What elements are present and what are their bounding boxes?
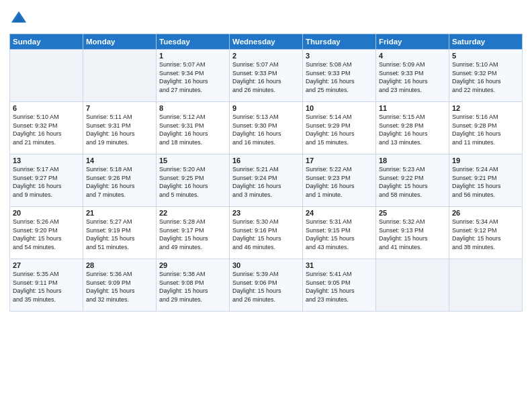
- calendar-table: SundayMondayTuesdayWednesdayThursdayFrid…: [9, 34, 523, 312]
- day-number: 26: [452, 209, 519, 217]
- calendar-day-8: 8Sunrise: 5:12 AM Sunset: 9:31 PM Daylig…: [157, 102, 230, 154]
- day-info: Sunrise: 5:22 AM Sunset: 9:23 PM Dayligh…: [306, 165, 373, 199]
- day-info: Sunrise: 5:36 AM Sunset: 9:09 PM Dayligh…: [86, 270, 153, 304]
- day-info: Sunrise: 5:23 AM Sunset: 9:22 PM Dayligh…: [379, 165, 446, 199]
- calendar-week-row: 20Sunrise: 5:26 AM Sunset: 9:20 PM Dayli…: [10, 207, 523, 259]
- day-info: Sunrise: 5:24 AM Sunset: 9:21 PM Dayligh…: [452, 165, 519, 199]
- day-info: Sunrise: 5:12 AM Sunset: 9:31 PM Dayligh…: [159, 113, 226, 146]
- calendar-day-24: 24Sunrise: 5:31 AM Sunset: 9:15 PM Dayli…: [303, 207, 376, 259]
- day-number: 5: [452, 52, 519, 60]
- day-info: Sunrise: 5:08 AM Sunset: 9:33 PM Dayligh…: [306, 60, 373, 94]
- day-info: Sunrise: 5:30 AM Sunset: 9:16 PM Dayligh…: [232, 218, 300, 251]
- day-info: Sunrise: 5:41 AM Sunset: 9:05 PM Dayligh…: [306, 270, 373, 304]
- calendar-day-23: 23Sunrise: 5:30 AM Sunset: 9:16 PM Dayli…: [230, 207, 303, 259]
- day-number: 20: [13, 209, 80, 217]
- calendar-day-29: 29Sunrise: 5:38 AM Sunset: 9:08 PM Dayli…: [157, 259, 230, 312]
- calendar-day-13: 13Sunrise: 5:17 AM Sunset: 9:27 PM Dayli…: [10, 154, 83, 207]
- day-info: Sunrise: 5:26 AM Sunset: 9:20 PM Dayligh…: [13, 218, 80, 251]
- day-info: Sunrise: 5:13 AM Sunset: 9:30 PM Dayligh…: [232, 113, 300, 146]
- day-number: 17: [306, 156, 373, 165]
- day-number: 2: [232, 52, 300, 60]
- day-info: Sunrise: 5:31 AM Sunset: 9:15 PM Dayligh…: [306, 218, 373, 251]
- calendar-day-6: 6Sunrise: 5:10 AM Sunset: 9:32 PM Daylig…: [10, 102, 83, 154]
- calendar-week-row: 6Sunrise: 5:10 AM Sunset: 9:32 PM Daylig…: [10, 102, 523, 154]
- logo: [9, 9, 30, 28]
- col-header-saturday: Saturday: [449, 34, 523, 50]
- calendar-day-20: 20Sunrise: 5:26 AM Sunset: 9:20 PM Dayli…: [10, 207, 83, 259]
- col-header-wednesday: Wednesday: [230, 34, 303, 50]
- calendar-empty: [10, 50, 83, 102]
- page: SundayMondayTuesdayWednesdayThursdayFrid…: [0, 0, 532, 411]
- day-info: Sunrise: 5:32 AM Sunset: 9:13 PM Dayligh…: [379, 218, 446, 251]
- day-number: 4: [379, 52, 446, 60]
- calendar-header-row: SundayMondayTuesdayWednesdayThursdayFrid…: [10, 34, 523, 50]
- day-number: 14: [86, 156, 153, 165]
- day-number: 15: [159, 156, 226, 165]
- calendar-day-5: 5Sunrise: 5:10 AM Sunset: 9:32 PM Daylig…: [449, 50, 523, 102]
- calendar-week-row: 27Sunrise: 5:35 AM Sunset: 9:11 PM Dayli…: [10, 259, 523, 312]
- header: [9, 7, 523, 28]
- day-number: 28: [86, 261, 153, 269]
- calendar-day-15: 15Sunrise: 5:20 AM Sunset: 9:25 PM Dayli…: [157, 154, 230, 207]
- calendar-day-25: 25Sunrise: 5:32 AM Sunset: 9:13 PM Dayli…: [376, 207, 449, 259]
- day-info: Sunrise: 5:35 AM Sunset: 9:11 PM Dayligh…: [13, 270, 80, 304]
- col-header-monday: Monday: [83, 34, 157, 50]
- day-info: Sunrise: 5:18 AM Sunset: 9:26 PM Dayligh…: [86, 165, 153, 199]
- calendar-empty: [449, 259, 523, 312]
- logo-icon: [9, 9, 28, 28]
- calendar-day-4: 4Sunrise: 5:09 AM Sunset: 9:33 PM Daylig…: [376, 50, 449, 102]
- col-header-thursday: Thursday: [303, 34, 376, 50]
- calendar-day-9: 9Sunrise: 5:13 AM Sunset: 9:30 PM Daylig…: [230, 102, 303, 154]
- col-header-friday: Friday: [376, 34, 449, 50]
- day-info: Sunrise: 5:17 AM Sunset: 9:27 PM Dayligh…: [13, 165, 80, 199]
- day-info: Sunrise: 5:14 AM Sunset: 9:29 PM Dayligh…: [306, 113, 373, 146]
- day-info: Sunrise: 5:07 AM Sunset: 9:33 PM Dayligh…: [232, 60, 300, 94]
- col-header-sunday: Sunday: [10, 34, 83, 50]
- calendar-empty: [376, 259, 449, 312]
- day-number: 25: [379, 209, 446, 217]
- col-header-tuesday: Tuesday: [157, 34, 230, 50]
- calendar-week-row: 1Sunrise: 5:07 AM Sunset: 9:34 PM Daylig…: [10, 50, 523, 102]
- day-info: Sunrise: 5:21 AM Sunset: 9:24 PM Dayligh…: [232, 165, 300, 199]
- day-info: Sunrise: 5:10 AM Sunset: 9:32 PM Dayligh…: [13, 113, 80, 146]
- day-number: 3: [306, 52, 373, 60]
- calendar-day-19: 19Sunrise: 5:24 AM Sunset: 9:21 PM Dayli…: [449, 154, 523, 207]
- calendar-day-28: 28Sunrise: 5:36 AM Sunset: 9:09 PM Dayli…: [83, 259, 157, 312]
- calendar-day-1: 1Sunrise: 5:07 AM Sunset: 9:34 PM Daylig…: [157, 50, 230, 102]
- day-info: Sunrise: 5:16 AM Sunset: 9:28 PM Dayligh…: [452, 113, 519, 146]
- calendar-day-16: 16Sunrise: 5:21 AM Sunset: 9:24 PM Dayli…: [230, 154, 303, 207]
- calendar-day-26: 26Sunrise: 5:34 AM Sunset: 9:12 PM Dayli…: [449, 207, 523, 259]
- day-number: 29: [159, 261, 226, 269]
- calendar-day-17: 17Sunrise: 5:22 AM Sunset: 9:23 PM Dayli…: [303, 154, 376, 207]
- calendar-empty: [83, 50, 157, 102]
- day-number: 7: [86, 104, 153, 112]
- day-number: 12: [452, 104, 519, 112]
- day-number: 18: [379, 156, 446, 165]
- calendar-day-10: 10Sunrise: 5:14 AM Sunset: 9:29 PM Dayli…: [303, 102, 376, 154]
- day-number: 6: [13, 104, 80, 112]
- day-info: Sunrise: 5:11 AM Sunset: 9:31 PM Dayligh…: [86, 113, 153, 146]
- day-number: 30: [232, 261, 300, 269]
- day-number: 10: [306, 104, 373, 112]
- day-info: Sunrise: 5:34 AM Sunset: 9:12 PM Dayligh…: [452, 218, 519, 251]
- calendar-day-27: 27Sunrise: 5:35 AM Sunset: 9:11 PM Dayli…: [10, 259, 83, 312]
- day-number: 13: [13, 156, 80, 165]
- day-number: 16: [232, 156, 300, 165]
- day-number: 24: [306, 209, 373, 217]
- day-number: 11: [379, 104, 446, 112]
- calendar-day-2: 2Sunrise: 5:07 AM Sunset: 9:33 PM Daylig…: [230, 50, 303, 102]
- day-number: 1: [159, 52, 226, 60]
- day-number: 27: [13, 261, 80, 269]
- day-number: 22: [159, 209, 226, 217]
- day-number: 8: [159, 104, 226, 112]
- day-number: 9: [232, 104, 300, 112]
- day-info: Sunrise: 5:20 AM Sunset: 9:25 PM Dayligh…: [159, 165, 226, 199]
- calendar-day-7: 7Sunrise: 5:11 AM Sunset: 9:31 PM Daylig…: [83, 102, 157, 154]
- calendar-day-12: 12Sunrise: 5:16 AM Sunset: 9:28 PM Dayli…: [449, 102, 523, 154]
- calendar-day-14: 14Sunrise: 5:18 AM Sunset: 9:26 PM Dayli…: [83, 154, 157, 207]
- day-number: 19: [452, 156, 519, 165]
- day-number: 21: [86, 209, 153, 217]
- day-info: Sunrise: 5:07 AM Sunset: 9:34 PM Dayligh…: [159, 60, 226, 94]
- calendar-day-22: 22Sunrise: 5:28 AM Sunset: 9:17 PM Dayli…: [157, 207, 230, 259]
- calendar-day-18: 18Sunrise: 5:23 AM Sunset: 9:22 PM Dayli…: [376, 154, 449, 207]
